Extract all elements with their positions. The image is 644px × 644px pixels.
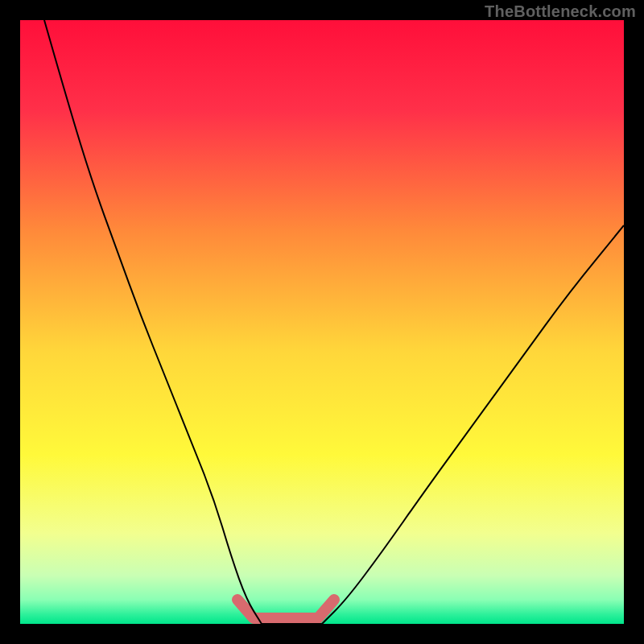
curve-layer	[20, 20, 624, 624]
outer-frame: TheBottleneck.com	[0, 0, 644, 644]
plot-area	[20, 20, 624, 624]
bottleneck-curve	[44, 20, 624, 624]
watermark-label: TheBottleneck.com	[485, 2, 636, 21]
